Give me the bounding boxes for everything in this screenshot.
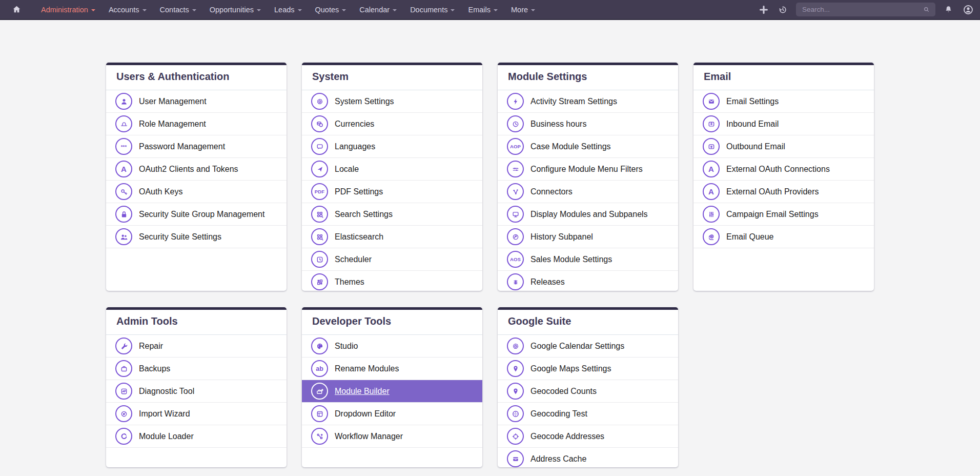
notifications-bell-icon[interactable] [943,4,954,15]
admin-link-elasticsearch[interactable]: Elasticsearch [302,226,482,248]
admin-link-outbound-email[interactable]: Outbound Email [693,135,874,158]
admin-link-external-oauth-providers[interactable]: AExternal OAuth Providers [693,181,874,203]
admin-link-module-loader[interactable]: Module Loader [106,425,287,448]
admin-link-label: External OAuth Connections [726,165,830,174]
toolbox-icon [311,383,328,400]
admin-link-geocoding-test[interactable]: Geocoding Test [498,403,678,425]
admin-link-configure-module-menu-filters[interactable]: Configure Module Menu Filters [498,158,678,181]
sliders-h-icon [507,161,524,177]
key-icon [115,183,132,200]
admin-link-releases[interactable]: Releases [498,271,678,291]
admin-link-languages[interactable]: Languages [302,135,482,158]
admin-link-label: Email Queue [726,232,774,242]
nav-item-label: Leads [274,6,295,14]
admin-link-system-settings[interactable]: System Settings [302,90,482,113]
admin-link-sales-module-settings[interactable]: AOSSales Module Settings [498,248,678,271]
admin-link-dropdown-editor[interactable]: Dropdown Editor [302,403,482,425]
admin-link-label: Google Maps Settings [530,364,611,373]
lock-icon [115,206,132,223]
admin-link-label: Locale [335,165,359,174]
nav-item-label: Calendar [359,6,390,14]
history-icon[interactable] [777,4,788,15]
panel-system: SystemSystem SettingsCurrenciesLanguages… [302,63,482,291]
admin-link-inbound-email[interactable]: Inbound Email [693,113,874,135]
search-icon[interactable] [922,5,931,14]
admin-link-user-management[interactable]: User Management [106,90,287,113]
admin-link-pdf-settings[interactable]: PDFPDF Settings [302,181,482,203]
admin-link-geocoded-counts[interactable]: Geocoded Counts [498,380,678,403]
admin-panels-grid: Users & AuthenticationUser ManagementRol… [106,63,980,467]
nav-item-label: Administration [41,6,88,14]
nav-item-accounts[interactable]: Accounts [103,0,152,19]
search-input[interactable] [802,6,922,13]
admin-link-business-hours[interactable]: Business hours [498,113,678,135]
nav-item-documents[interactable]: Documents [404,0,460,19]
admin-link-workflow-manager[interactable]: Workflow Manager [302,425,482,448]
nav-item-administration[interactable]: Administration [35,0,101,19]
pin-icon [507,360,524,377]
admin-link-label: Module Loader [139,432,194,441]
admin-link-scheduler[interactable]: Scheduler [302,248,482,271]
admin-link-role-management[interactable]: Role Management [106,113,287,135]
nav-item-opportunities[interactable]: Opportunities [204,0,267,19]
panel-title: Email [693,65,874,90]
admin-link-label: Elasticsearch [335,232,383,242]
admin-link-label: Languages [335,142,375,151]
admin-link-currencies[interactable]: Currencies [302,113,482,135]
import-icon [115,405,132,422]
admin-link-repair[interactable]: Repair [106,335,287,358]
chevron-down-icon [531,9,535,11]
nav-item-contacts[interactable]: Contacts [154,0,202,19]
admin-link-label: Import Wizard [139,409,190,419]
admin-link-email-settings[interactable]: Email Settings [693,90,874,113]
admin-link-email-queue[interactable]: Email Queue [693,226,874,248]
admin-link-campaign-email-settings[interactable]: Campaign Email Settings [693,203,874,226]
admin-link-module-builder[interactable]: Module Builder [302,380,482,403]
admin-link-address-cache[interactable]: Address Cache [498,448,678,467]
quick-create-plus-icon[interactable] [758,4,769,15]
nav-item-calendar[interactable]: Calendar [354,0,402,19]
admin-link-oauth-keys[interactable]: OAuth Keys [106,181,287,203]
admin-link-diagnostic-tool[interactable]: Diagnostic Tool [106,380,287,403]
admin-link-studio[interactable]: Studio [302,335,482,358]
nav-item-emails[interactable]: Emails [462,0,503,19]
admin-link-case-module-settings[interactable]: AOPCase Module Settings [498,135,678,158]
admin-link-rename-modules[interactable]: abRename Modules [302,358,482,380]
admin-link-locale[interactable]: Locale [302,158,482,181]
monitor-icon [507,206,524,223]
admin-link-import-wizard[interactable]: Import Wizard [106,403,287,425]
coins-icon [311,115,328,132]
admin-link-label: Business hours [530,120,586,129]
admin-link-security-suite-group-management[interactable]: Security Suite Group Management [106,203,287,226]
admin-link-label: Dropdown Editor [335,409,396,419]
admin-link-label: Releases [530,277,565,287]
admin-link-display-modules-and-subpanels[interactable]: Display Modules and Subpanels [498,203,678,226]
admin-link-label: Inbound Email [726,120,779,129]
admin-link-password-management[interactable]: ***Password Management [106,135,287,158]
admin-link-label: External OAuth Providers [726,187,819,196]
admin-link-google-calendar-settings[interactable]: Google Calendar Settings [498,335,678,358]
aop-icon: AOP [507,138,524,155]
chevron-down-icon [393,9,397,11]
nav-item-leads[interactable]: Leads [269,0,308,19]
global-search [796,3,935,16]
admin-link-oauth2-clients-and-tokens[interactable]: AOAuth2 Clients and Tokens [106,158,287,181]
briefcase-icon [115,360,132,377]
admin-link-geocode-addresses[interactable]: Geocode Addresses [498,425,678,448]
admin-link-history-subpanel[interactable]: History Subpanel [498,226,678,248]
admin-link-themes[interactable]: Themes [302,271,482,291]
admin-link-activity-stream-settings[interactable]: Activity Stream Settings [498,90,678,113]
user-avatar[interactable] [962,3,975,16]
gear-icon [507,338,524,354]
admin-link-label: Display Modules and Subpanels [530,210,648,219]
admin-link-security-suite-settings[interactable]: Security Suite Settings [106,226,287,248]
admin-link-search-settings[interactable]: Search Settings [302,203,482,226]
nav-item-more[interactable]: More [505,0,541,19]
admin-link-google-maps-settings[interactable]: Google Maps Settings [498,358,678,380]
admin-link-connectors[interactable]: Connectors [498,181,678,203]
admin-link-backups[interactable]: Backups [106,358,287,380]
admin-link-external-oauth-connections[interactable]: AExternal OAuth Connections [693,158,874,181]
home-icon[interactable] [11,4,22,15]
nav-item-label: Documents [410,6,447,14]
nav-item-quotes[interactable]: Quotes [310,0,352,19]
